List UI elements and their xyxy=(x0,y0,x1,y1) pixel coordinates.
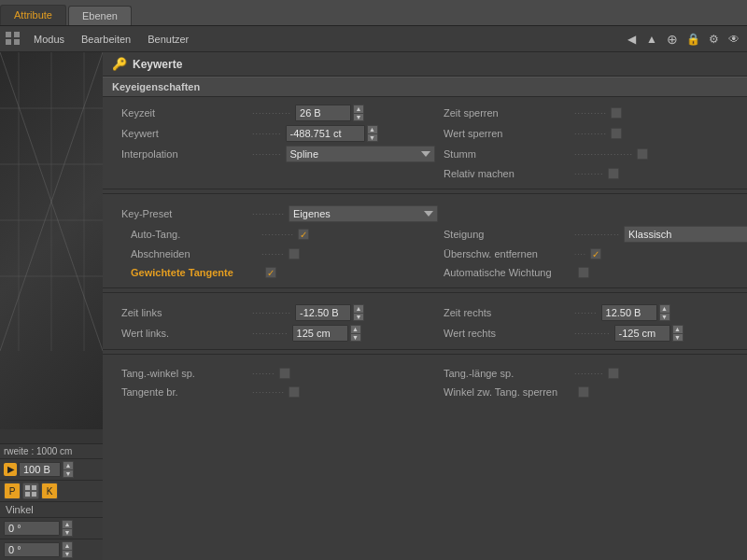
relativ-checkbox[interactable] xyxy=(608,168,619,179)
lock-icon[interactable]: 🔒 xyxy=(685,32,700,47)
interpolation-select[interactable]: Spline Linear Konstant xyxy=(286,146,435,162)
relativ-row: Relativ machen ········· xyxy=(425,164,747,183)
ueberschw-label: Überschw. entfernen xyxy=(444,248,574,259)
abschneiden-checkbox[interactable] xyxy=(289,248,300,259)
zeit-sperren-label: Zeit sperren xyxy=(444,107,574,119)
keyzeit-label: Keyzeit xyxy=(121,107,252,119)
menu-left: Modus Bearbeiten Benutzer xyxy=(6,31,196,48)
tang-winkel-checkbox[interactable] xyxy=(279,368,290,379)
timeline-input[interactable] xyxy=(19,462,61,477)
tang-laenge-checkbox[interactable] xyxy=(608,368,619,379)
steigung-row: Steigung ·············· Klassisch Standa… xyxy=(425,224,747,245)
auto-tang-checkbox[interactable] xyxy=(298,229,309,240)
ueberschw-row: Überschw. entfernen ···· xyxy=(425,245,747,263)
arrow-up-icon[interactable]: ▲ xyxy=(644,32,659,47)
keypreset-props: Key-Preset ·········· Eigenes Standard A… xyxy=(103,198,747,288)
add-icon[interactable]: ⊕ xyxy=(665,32,680,47)
canvas-area xyxy=(0,52,103,429)
interpolation-label: Interpolation xyxy=(121,148,252,160)
gewichtete-row: Gewichtete Tangente xyxy=(103,263,425,282)
angle1-stepper[interactable]: ▲ ▼ xyxy=(62,520,73,537)
eye-icon[interactable]: 👁 xyxy=(726,32,741,47)
zeit-rechts-stepper[interactable]: ▲ ▼ xyxy=(659,304,670,321)
tangents-props: Zeit links ············ ▲ ▼ Zeit rechts … xyxy=(103,297,747,350)
zeit-links-row: Zeit links ············ ▲ ▼ xyxy=(103,302,425,323)
menu-bearbeiten[interactable]: Bearbeiten xyxy=(74,31,138,48)
tangente-br-row: Tangente br. ·········· xyxy=(103,383,425,401)
zeit-sperren-row: Zeit sperren ·········· xyxy=(425,103,747,123)
arrow-left-icon[interactable]: ◀ xyxy=(624,32,639,47)
wert-rechts-row: Wert rechts ··········· ▲ ▼ xyxy=(425,323,747,343)
menu-right: ◀ ▲ ⊕ 🔒 ⚙ 👁 xyxy=(624,32,741,47)
winkel-zw-row: Winkel zw. Tang. sperren xyxy=(425,383,747,401)
angle2-stepper[interactable]: ▲ ▼ xyxy=(62,541,73,558)
keyzeit-stepper[interactable]: ▲ ▼ xyxy=(353,105,364,121)
gewichtete-label: Gewichtete Tangente xyxy=(131,267,261,278)
interpolation-row: Interpolation ········· Spline Linear Ko… xyxy=(103,144,425,164)
wert-links-stepper[interactable]: ▲ ▼ xyxy=(350,325,361,342)
wert-rechts-label: Wert rechts xyxy=(444,328,574,339)
auto-tang-row: Auto-Tang. ·········· xyxy=(103,224,425,245)
stepper-up[interactable]: ▲ xyxy=(63,461,74,470)
right-panel: 🔑 Keywerte Keyeigenschaften Keyzeit ····… xyxy=(103,52,747,560)
ueberschw-checkbox[interactable] xyxy=(590,248,601,259)
tab-bar: Attribute Ebenen xyxy=(0,0,747,26)
wert-rechts-input[interactable] xyxy=(614,325,670,342)
zeit-rechts-row: Zeit rechts ······· ▲ ▼ xyxy=(425,302,747,323)
stumm-row: Stumm ·················· xyxy=(425,144,747,164)
key-preset-row: Key-Preset ·········· Eigenes Standard xyxy=(103,203,425,224)
keywert-row: Keywert ········· ▲ ▼ xyxy=(103,123,425,144)
tang-winkel-row: Tang.-winkel sp. ······· xyxy=(103,364,425,383)
zeit-rechts-input[interactable] xyxy=(601,304,657,321)
stepper-down[interactable]: ▼ xyxy=(63,470,74,479)
keyzeit-input[interactable] xyxy=(295,105,351,121)
gewichtete-checkbox[interactable] xyxy=(265,267,276,278)
automatische-checkbox[interactable] xyxy=(578,267,589,278)
wert-links-label: Wert links. xyxy=(121,328,252,339)
tang-laenge-label: Tang.-länge sp. xyxy=(444,368,574,379)
angle1-input[interactable] xyxy=(4,521,60,536)
menu-modus[interactable]: Modus xyxy=(26,31,72,48)
wert-sperren-row: Wert sperren ·········· xyxy=(425,123,747,144)
key-preset-label: Key-Preset xyxy=(121,208,252,219)
wert-links-row: Wert links. ··········· ▲ ▼ xyxy=(103,323,425,343)
keywert-input[interactable] xyxy=(286,125,365,142)
timeline-stepper[interactable]: ▲ ▼ xyxy=(63,461,74,478)
locks-props: Tang.-winkel sp. ······· Tang.-länge sp.… xyxy=(103,358,747,407)
zeit-sperren-checkbox[interactable] xyxy=(611,107,622,119)
grid-btn[interactable] xyxy=(22,483,39,499)
stumm-checkbox[interactable] xyxy=(637,148,648,160)
angle2-input[interactable] xyxy=(4,542,60,557)
settings-icon[interactable]: ⚙ xyxy=(706,32,721,47)
winkel-label: Vinkel xyxy=(0,502,103,518)
svg-line-7 xyxy=(0,52,51,202)
wert-links-input[interactable] xyxy=(292,325,348,342)
abschneiden-row: Abschneiden ······· xyxy=(103,245,425,263)
tangente-br-label: Tangente br. xyxy=(121,386,252,398)
tab-attribute[interactable]: Attribute xyxy=(0,5,66,25)
tab-ebenen[interactable]: Ebenen xyxy=(68,6,132,25)
main-area: rweite : 1000 cm ▶ ▲ ▼ P xyxy=(0,52,747,560)
keyframe-btn[interactable]: K xyxy=(41,483,58,499)
key-preset-select[interactable]: Eigenes Standard xyxy=(289,205,438,222)
keyzeit-value: ▲ ▼ xyxy=(295,105,416,121)
zeit-links-label: Zeit links xyxy=(121,307,252,318)
winkel-zw-checkbox[interactable] xyxy=(578,386,589,398)
steigung-select[interactable]: Klassisch Standard xyxy=(624,226,747,243)
abschneiden-label: Abschneiden xyxy=(131,248,261,259)
auto-tang-label: Auto-Tang. xyxy=(131,229,261,240)
section-title: Keywerte xyxy=(133,58,182,71)
automatische-row: Automatische Wichtung xyxy=(425,263,747,282)
wert-sperren-checkbox[interactable] xyxy=(611,128,622,139)
zeit-links-stepper[interactable]: ▲ ▼ xyxy=(353,304,364,321)
tangente-br-checkbox[interactable] xyxy=(289,386,300,398)
play-btn[interactable]: P xyxy=(4,483,21,499)
wert-rechts-stepper[interactable]: ▲ ▼ xyxy=(672,325,684,342)
keywert-stepper[interactable]: ▲ ▼ xyxy=(367,125,378,142)
menu-benutzer[interactable]: Benutzer xyxy=(140,31,196,48)
steigung-label: Steigung xyxy=(444,229,574,240)
zeit-links-input[interactable] xyxy=(295,304,351,321)
zeit-rechts-label: Zeit rechts xyxy=(444,307,574,318)
stumm-label: Stumm xyxy=(444,148,574,160)
keyzeit-row: Keyzeit ············ ▲ ▼ xyxy=(103,103,425,123)
